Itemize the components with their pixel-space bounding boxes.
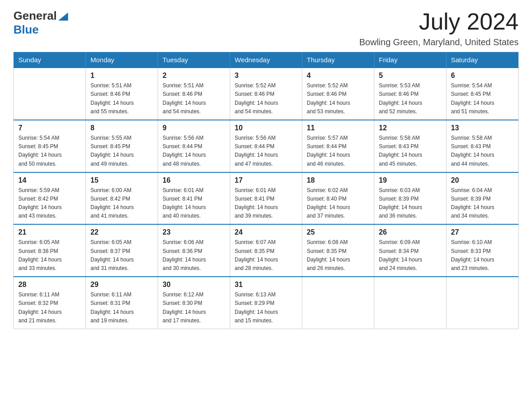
- day-number: 23: [163, 228, 225, 236]
- day-number: 26: [379, 228, 442, 236]
- day-info: Sunrise: 5:54 AM Sunset: 8:45 PM Dayligh…: [451, 81, 514, 116]
- day-number: 14: [18, 176, 81, 184]
- calendar-cell: 25Sunrise: 6:08 AM Sunset: 8:35 PM Dayli…: [302, 224, 374, 277]
- day-number: 18: [307, 176, 369, 184]
- day-number: 27: [451, 228, 514, 236]
- calendar-cell: 13Sunrise: 5:58 AM Sunset: 8:43 PM Dayli…: [446, 120, 519, 172]
- calendar-cell: 28Sunrise: 6:11 AM Sunset: 8:32 PM Dayli…: [14, 277, 86, 329]
- day-number: 29: [90, 281, 153, 289]
- day-info: Sunrise: 5:58 AM Sunset: 8:43 PM Dayligh…: [451, 134, 514, 168]
- day-info: Sunrise: 6:08 AM Sunset: 8:35 PM Dayligh…: [307, 238, 369, 273]
- day-info: Sunrise: 6:00 AM Sunset: 8:42 PM Dayligh…: [90, 186, 153, 221]
- svg-marker-0: [58, 13, 68, 21]
- logo-triangle-icon: [58, 13, 68, 21]
- day-of-week-saturday: Saturday: [446, 52, 519, 68]
- calendar-cell: 6Sunrise: 5:54 AM Sunset: 8:45 PM Daylig…: [446, 68, 519, 120]
- day-info: Sunrise: 6:07 AM Sunset: 8:35 PM Dayligh…: [235, 238, 297, 273]
- calendar-cell: 31Sunrise: 6:13 AM Sunset: 8:29 PM Dayli…: [230, 277, 302, 329]
- calendar-cell: 26Sunrise: 6:09 AM Sunset: 8:34 PM Dayli…: [374, 224, 446, 277]
- calendar-cell: 11Sunrise: 5:57 AM Sunset: 8:44 PM Dayli…: [302, 120, 374, 172]
- day-info: Sunrise: 5:59 AM Sunset: 8:42 PM Dayligh…: [18, 186, 81, 221]
- calendar-cell: 3Sunrise: 5:52 AM Sunset: 8:46 PM Daylig…: [230, 68, 302, 120]
- calendar-header: SundayMondayTuesdayWednesdayThursdayFrid…: [14, 52, 519, 68]
- day-number: 12: [379, 124, 442, 132]
- day-number: 17: [235, 176, 297, 184]
- day-info: Sunrise: 5:53 AM Sunset: 8:46 PM Dayligh…: [379, 81, 442, 116]
- day-info: Sunrise: 5:56 AM Sunset: 8:44 PM Dayligh…: [163, 134, 225, 168]
- calendar-cell: 1Sunrise: 5:51 AM Sunset: 8:46 PM Daylig…: [86, 68, 158, 120]
- day-info: Sunrise: 5:54 AM Sunset: 8:45 PM Dayligh…: [18, 134, 81, 168]
- day-of-week-tuesday: Tuesday: [158, 52, 230, 68]
- day-info: Sunrise: 6:06 AM Sunset: 8:36 PM Dayligh…: [163, 238, 225, 273]
- day-number: 11: [307, 124, 369, 132]
- day-info: Sunrise: 6:11 AM Sunset: 8:31 PM Dayligh…: [90, 291, 153, 325]
- month-year-title: July 2024: [359, 9, 519, 34]
- calendar-cell: 23Sunrise: 6:06 AM Sunset: 8:36 PM Dayli…: [158, 224, 230, 277]
- calendar-cell: 29Sunrise: 6:11 AM Sunset: 8:31 PM Dayli…: [86, 277, 158, 329]
- day-number: 31: [235, 281, 297, 289]
- days-of-week-row: SundayMondayTuesdayWednesdayThursdayFrid…: [14, 52, 519, 68]
- day-number: 20: [451, 176, 514, 184]
- calendar-week-4: 21Sunrise: 6:05 AM Sunset: 8:38 PM Dayli…: [14, 224, 519, 277]
- day-number: 2: [163, 72, 225, 80]
- calendar-table: SundayMondayTuesdayWednesdayThursdayFrid…: [13, 52, 519, 329]
- page-header: General Blue July 2024 Bowling Green, Ma…: [13, 9, 519, 47]
- day-number: 13: [451, 124, 514, 132]
- calendar-cell: 24Sunrise: 6:07 AM Sunset: 8:35 PM Dayli…: [230, 224, 302, 277]
- day-number: 16: [163, 176, 225, 184]
- calendar-cell: 30Sunrise: 6:12 AM Sunset: 8:30 PM Dayli…: [158, 277, 230, 329]
- day-number: 19: [379, 176, 442, 184]
- day-of-week-monday: Monday: [86, 52, 158, 68]
- calendar-cell: 19Sunrise: 6:03 AM Sunset: 8:39 PM Dayli…: [374, 172, 446, 225]
- title-section: July 2024 Bowling Green, Maryland, Unite…: [359, 9, 519, 47]
- day-info: Sunrise: 6:04 AM Sunset: 8:39 PM Dayligh…: [451, 186, 514, 221]
- day-info: Sunrise: 6:13 AM Sunset: 8:29 PM Dayligh…: [235, 291, 297, 325]
- day-number: 5: [379, 72, 442, 80]
- day-info: Sunrise: 6:09 AM Sunset: 8:34 PM Dayligh…: [379, 238, 442, 273]
- location-subtitle: Bowling Green, Maryland, United States: [359, 37, 519, 47]
- day-info: Sunrise: 6:11 AM Sunset: 8:32 PM Dayligh…: [18, 291, 81, 325]
- calendar-cell: 2Sunrise: 5:51 AM Sunset: 8:46 PM Daylig…: [158, 68, 230, 120]
- calendar-cell: 4Sunrise: 5:52 AM Sunset: 8:46 PM Daylig…: [302, 68, 374, 120]
- calendar-cell: [374, 277, 446, 329]
- day-info: Sunrise: 6:01 AM Sunset: 8:41 PM Dayligh…: [235, 186, 297, 221]
- day-info: Sunrise: 6:10 AM Sunset: 8:33 PM Dayligh…: [451, 238, 514, 273]
- day-info: Sunrise: 6:01 AM Sunset: 8:41 PM Dayligh…: [163, 186, 225, 221]
- day-info: Sunrise: 5:51 AM Sunset: 8:46 PM Dayligh…: [163, 81, 225, 116]
- calendar-cell: 5Sunrise: 5:53 AM Sunset: 8:46 PM Daylig…: [374, 68, 446, 120]
- calendar-week-1: 1Sunrise: 5:51 AM Sunset: 8:46 PM Daylig…: [14, 68, 519, 120]
- calendar-cell: 8Sunrise: 5:55 AM Sunset: 8:45 PM Daylig…: [86, 120, 158, 172]
- day-number: 24: [235, 228, 297, 236]
- day-info: Sunrise: 6:05 AM Sunset: 8:37 PM Dayligh…: [90, 238, 153, 273]
- day-number: 9: [163, 124, 225, 132]
- calendar-body: 1Sunrise: 5:51 AM Sunset: 8:46 PM Daylig…: [14, 68, 519, 329]
- day-info: Sunrise: 5:58 AM Sunset: 8:43 PM Dayligh…: [379, 134, 442, 168]
- calendar-cell: [14, 68, 86, 120]
- calendar-cell: 16Sunrise: 6:01 AM Sunset: 8:41 PM Dayli…: [158, 172, 230, 225]
- day-of-week-wednesday: Wednesday: [230, 52, 302, 68]
- day-number: 4: [307, 72, 369, 80]
- day-number: 28: [18, 281, 81, 289]
- day-number: 8: [90, 124, 153, 132]
- calendar-cell: 10Sunrise: 5:56 AM Sunset: 8:44 PM Dayli…: [230, 120, 302, 172]
- day-number: 10: [235, 124, 297, 132]
- day-number: 6: [451, 72, 514, 80]
- calendar-cell: 22Sunrise: 6:05 AM Sunset: 8:37 PM Dayli…: [86, 224, 158, 277]
- day-info: Sunrise: 5:51 AM Sunset: 8:46 PM Dayligh…: [90, 81, 153, 116]
- calendar-cell: [446, 277, 519, 329]
- day-info: Sunrise: 6:02 AM Sunset: 8:40 PM Dayligh…: [307, 186, 369, 221]
- calendar-cell: 27Sunrise: 6:10 AM Sunset: 8:33 PM Dayli…: [446, 224, 519, 277]
- day-info: Sunrise: 5:52 AM Sunset: 8:46 PM Dayligh…: [307, 81, 369, 116]
- day-info: Sunrise: 6:03 AM Sunset: 8:39 PM Dayligh…: [379, 186, 442, 221]
- calendar-week-2: 7Sunrise: 5:54 AM Sunset: 8:45 PM Daylig…: [14, 120, 519, 172]
- day-number: 22: [90, 228, 153, 236]
- calendar-cell: 18Sunrise: 6:02 AM Sunset: 8:40 PM Dayli…: [302, 172, 374, 225]
- calendar-week-3: 14Sunrise: 5:59 AM Sunset: 8:42 PM Dayli…: [14, 172, 519, 225]
- logo: General Blue: [13, 9, 68, 37]
- day-info: Sunrise: 6:05 AM Sunset: 8:38 PM Dayligh…: [18, 238, 81, 273]
- day-number: 1: [90, 72, 153, 80]
- day-info: Sunrise: 5:55 AM Sunset: 8:45 PM Dayligh…: [90, 134, 153, 168]
- day-of-week-thursday: Thursday: [302, 52, 374, 68]
- day-number: 21: [18, 228, 81, 236]
- day-info: Sunrise: 6:12 AM Sunset: 8:30 PM Dayligh…: [163, 291, 225, 325]
